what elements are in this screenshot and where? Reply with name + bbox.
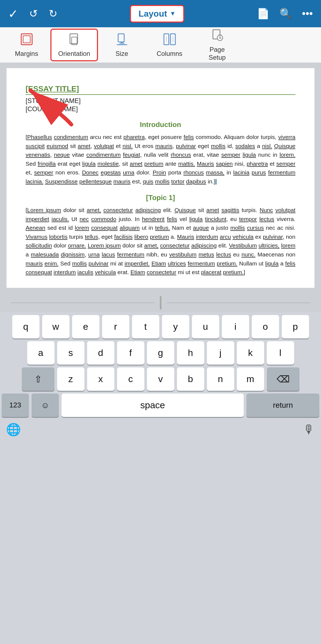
ribbon-item-columns[interactable]: Columns	[146, 29, 193, 61]
key-j[interactable]: j	[207, 341, 234, 365]
orientation-label: Orientation	[58, 50, 90, 58]
ribbon-item-page-setup[interactable]: Page Setup	[193, 29, 241, 61]
key-x[interactable]: x	[87, 367, 114, 391]
page-setup-label: Page Setup	[209, 46, 226, 62]
key-z[interactable]: z	[57, 367, 84, 391]
top-toolbar: ✓ ↺ ↻ Layout ▼ 📄 🔍 •••	[0, 0, 321, 27]
key-y[interactable]: y	[162, 315, 189, 338]
size-label: Size	[115, 50, 128, 58]
columns-icon	[163, 32, 177, 48]
document-icon[interactable]: 📄	[257, 8, 270, 20]
key-v[interactable]: v	[147, 367, 174, 391]
intro-body-text: [Phasellus condimentum arcu nec est phar…	[26, 133, 295, 186]
key-b[interactable]: b	[177, 367, 204, 391]
emoji-key[interactable]: ☺	[32, 394, 59, 417]
key-u[interactable]: u	[192, 315, 219, 338]
document-page[interactable]: [ESSAY TITLE] [STUDENT NAME] [COURSE NAM…	[7, 68, 314, 288]
layout-ribbon: Margins Orientation Size	[0, 27, 321, 63]
key-m[interactable]: m	[237, 367, 264, 391]
redo-button[interactable]: ↻	[49, 8, 57, 20]
key-c[interactable]: c	[117, 367, 144, 391]
key-w[interactable]: w	[42, 315, 69, 338]
check-button[interactable]: ✓	[8, 7, 18, 21]
student-name: [STUDENT NAME]	[26, 97, 295, 105]
toolbar-left: ✓ ↺ ↻	[8, 7, 57, 21]
microphone-icon[interactable]: 🎙	[303, 423, 315, 436]
keyboard-row-1: q w e r t y u i o p	[2, 315, 319, 338]
key-k[interactable]: k	[237, 341, 264, 365]
ribbon-item-margins[interactable]: Margins	[3, 29, 50, 61]
columns-label: Columns	[157, 50, 182, 58]
key-n[interactable]: n	[207, 367, 234, 391]
keyboard-bottom-row: 🌐 🎙	[2, 420, 319, 439]
svg-rect-2	[70, 34, 78, 44]
shift-key[interactable]: ⇧	[22, 367, 54, 391]
keyboard-divider	[0, 293, 321, 312]
course-name: [COURSE NAME]	[26, 105, 295, 113]
key-g[interactable]: g	[147, 341, 174, 365]
keyboard: q w e r t y u i o p a s d f g h j k l ⇧ …	[0, 312, 321, 440]
return-key[interactable]: return	[246, 394, 319, 417]
key-o[interactable]: o	[252, 315, 279, 338]
svg-rect-1	[23, 36, 30, 43]
svg-point-15	[219, 37, 221, 39]
key-p[interactable]: p	[282, 315, 309, 338]
key-a[interactable]: a	[27, 341, 54, 365]
margins-label: Margins	[15, 50, 38, 58]
topic1-body-text: [Lorem ipsum dolor sit amet, consectetur…	[26, 206, 295, 277]
key-f[interactable]: f	[117, 341, 144, 365]
search-icon[interactable]: 🔍	[279, 8, 292, 20]
document-area: [ESSAY TITLE] [STUDENT NAME] [COURSE NAM…	[0, 63, 321, 293]
space-key[interactable]: space	[62, 394, 244, 417]
size-icon	[115, 32, 129, 48]
key-i[interactable]: i	[222, 315, 249, 338]
keyboard-row-3: ⇧ z x c v b n m ⌫	[2, 367, 319, 391]
key-t[interactable]: t	[132, 315, 159, 338]
essay-title: [ESSAY TITLE]	[26, 84, 295, 93]
key-s[interactable]: s	[57, 341, 84, 365]
intro-heading: Introduction	[26, 120, 295, 129]
layout-button[interactable]: Layout ▼	[130, 5, 185, 23]
toolbar-right: 📄 🔍 •••	[257, 8, 313, 20]
key-h[interactable]: h	[177, 341, 204, 365]
divider-line-left	[11, 303, 154, 303]
layout-label: Layout	[139, 9, 167, 19]
margins-icon	[20, 32, 34, 48]
key-l[interactable]: l	[267, 341, 294, 365]
topic1-heading: [Topic 1]	[26, 193, 295, 202]
undo-button[interactable]: ↺	[29, 8, 38, 20]
svg-rect-4	[118, 34, 124, 42]
key-e[interactable]: e	[72, 315, 99, 338]
layout-arrow-icon: ▼	[170, 10, 176, 17]
numbers-key[interactable]: 123	[2, 394, 29, 417]
divider-line-right	[167, 303, 310, 303]
key-q[interactable]: q	[12, 315, 39, 338]
key-r[interactable]: r	[102, 315, 129, 338]
ribbon-item-orientation[interactable]: Orientation	[50, 29, 98, 61]
divider-handle[interactable]	[160, 296, 161, 310]
orientation-icon	[67, 32, 81, 48]
globe-icon[interactable]: 🌐	[6, 422, 21, 437]
ribbon-item-size[interactable]: Size	[98, 29, 146, 61]
delete-key[interactable]: ⌫	[267, 367, 299, 391]
keyboard-row-2: a s d f g h j k l	[2, 341, 319, 365]
more-icon[interactable]: •••	[302, 8, 313, 20]
page-setup-icon	[210, 28, 224, 44]
keyboard-row-4: 123 ☺ space return	[2, 394, 319, 417]
key-d[interactable]: d	[87, 341, 114, 365]
